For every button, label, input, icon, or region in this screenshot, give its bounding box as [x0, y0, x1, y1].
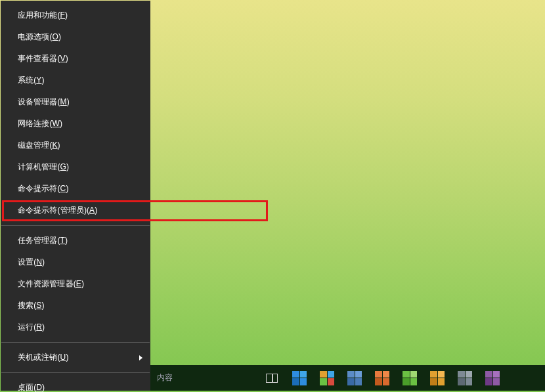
taskbar-app-2[interactable]: [313, 365, 341, 391]
menu-computer-management[interactable]: 计算机管理(G): [1, 156, 150, 178]
menu-item-label: 文件资源管理器(E): [18, 279, 84, 288]
menu-apps-and-features[interactable]: 应用和功能(F): [1, 5, 150, 26]
menu-item-label: 计算机管理(G): [18, 162, 69, 171]
menu-power-options[interactable]: 电源选项(O): [1, 26, 150, 48]
menu-item-label: 设置(N): [18, 257, 45, 267]
app-icon: [485, 371, 500, 385]
app-icon: [320, 371, 334, 385]
app-icon: [403, 371, 417, 385]
taskbar-app-8[interactable]: [479, 365, 506, 391]
menu-settings[interactable]: 设置(N): [1, 251, 150, 273]
menu-search[interactable]: 搜索(S): [1, 295, 150, 316]
taskbar-app-4[interactable]: [368, 365, 396, 391]
menu-item-label: 任务管理器(T): [18, 236, 68, 245]
app-icon: [375, 371, 389, 385]
taskbar-app-3[interactable]: [341, 365, 368, 391]
app-icon: [347, 371, 362, 385]
taskbar-app-7[interactable]: [451, 365, 479, 391]
menu-item-label: 设备管理器(M): [18, 97, 70, 106]
menu-item-label: 关机或注销(U): [18, 353, 69, 362]
menu-run[interactable]: 运行(R): [1, 316, 150, 338]
task-view-icon: [266, 374, 278, 383]
menu-desktop[interactable]: 桌面(D): [1, 377, 150, 392]
menu-separator: [1, 372, 150, 373]
taskbar-app-1[interactable]: [286, 365, 313, 391]
menu-shutdown-signout[interactable]: 关机或注销(U): [1, 347, 150, 368]
menu-disk-management[interactable]: 磁盘管理(K): [1, 135, 150, 156]
menu-item-label: 应用和功能(F): [18, 11, 68, 20]
menu-command-prompt[interactable]: 命令提示符(C): [1, 178, 150, 200]
menu-command-prompt-admin[interactable]: 命令提示符(管理员)(A): [1, 200, 150, 221]
menu-network-connections[interactable]: 网络连接(W): [1, 113, 150, 135]
menu-item-label: 运行(R): [18, 322, 45, 332]
winx-context-menu: 应用和功能(F) 电源选项(O) 事件查看器(V) 系统(Y) 设备管理器(M)…: [1, 1, 150, 391]
menu-task-manager[interactable]: 任务管理器(T): [1, 230, 150, 251]
app-icon: [458, 371, 472, 385]
menu-file-explorer[interactable]: 文件资源管理器(E): [1, 273, 150, 295]
menu-item-label: 搜索(S): [18, 301, 45, 310]
taskbar-app-6[interactable]: [424, 365, 451, 391]
menu-item-label: 系统(Y): [18, 76, 45, 85]
menu-device-manager[interactable]: 设备管理器(M): [1, 91, 150, 113]
menu-item-label: 命令提示符(C): [18, 184, 69, 193]
taskbar-app-5[interactable]: [396, 365, 424, 391]
task-view-button[interactable]: [258, 365, 286, 391]
menu-item-label: 命令提示符(管理员)(A): [18, 206, 97, 215]
menu-item-label: 事件查看器(V): [18, 54, 68, 63]
taskbar: 内容: [150, 365, 545, 391]
menu-event-viewer[interactable]: 事件查看器(V): [1, 48, 150, 70]
menu-separator: [1, 225, 150, 226]
menu-item-label: 电源选项(O): [18, 32, 61, 41]
menu-separator: [1, 342, 150, 343]
app-icon: [430, 371, 445, 385]
menu-system[interactable]: 系统(Y): [1, 70, 150, 91]
menu-item-label: 桌面(D): [18, 383, 45, 392]
app-icon: [292, 371, 307, 385]
menu-item-label: 网络连接(W): [18, 119, 62, 128]
desktop[interactable]: 应用和功能(F) 电源选项(O) 事件查看器(V) 系统(Y) 设备管理器(M)…: [0, 0, 545, 392]
menu-item-label: 磁盘管理(K): [18, 141, 60, 150]
taskbar-search-text[interactable]: 内容: [157, 372, 173, 383]
